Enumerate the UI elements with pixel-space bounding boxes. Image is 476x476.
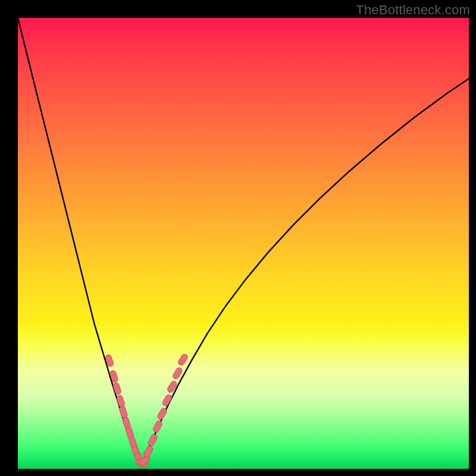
- plot-area: [18, 18, 469, 469]
- marker-capsule: [156, 407, 168, 420]
- svg-rect-4: [119, 405, 129, 418]
- marker-capsule: [116, 394, 126, 408]
- svg-rect-19: [177, 353, 189, 366]
- marker-capsule: [152, 420, 163, 433]
- chart-svg: [18, 18, 469, 469]
- curve-left-curve: [18, 18, 142, 464]
- marker-capsule: [167, 380, 178, 393]
- watermark-text: TheBottleneck.com: [356, 2, 470, 18]
- svg-rect-17: [167, 380, 178, 393]
- marker-capsule: [148, 433, 158, 446]
- curve-layer: [18, 18, 469, 464]
- marker-capsule: [109, 370, 119, 383]
- marker-capsule: [112, 382, 122, 395]
- marker-capsule: [177, 353, 189, 366]
- marker-layer: [105, 353, 189, 468]
- curve-right-curve: [142, 79, 469, 464]
- chart-frame: TheBottleneck.com: [0, 0, 476, 476]
- svg-rect-14: [152, 420, 163, 433]
- svg-rect-13: [148, 433, 158, 446]
- svg-rect-15: [156, 407, 168, 420]
- marker-capsule: [143, 445, 154, 458]
- svg-rect-12: [143, 445, 154, 458]
- marker-capsule: [119, 405, 129, 418]
- svg-rect-3: [116, 394, 126, 408]
- svg-rect-2: [112, 382, 122, 395]
- svg-rect-1: [109, 370, 119, 383]
